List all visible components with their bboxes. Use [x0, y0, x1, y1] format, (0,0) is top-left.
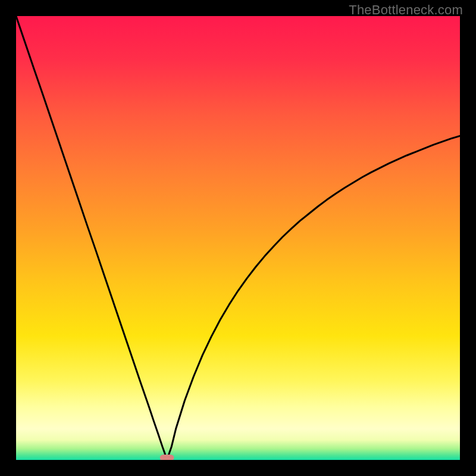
- gradient-background: [16, 16, 460, 460]
- bottleneck-chart-svg: [16, 16, 460, 460]
- chart-container: TheBottleneck.com: [0, 0, 476, 476]
- plot-area: [16, 16, 460, 460]
- watermark-text: TheBottleneck.com: [349, 2, 463, 18]
- optimal-marker: [160, 455, 174, 460]
